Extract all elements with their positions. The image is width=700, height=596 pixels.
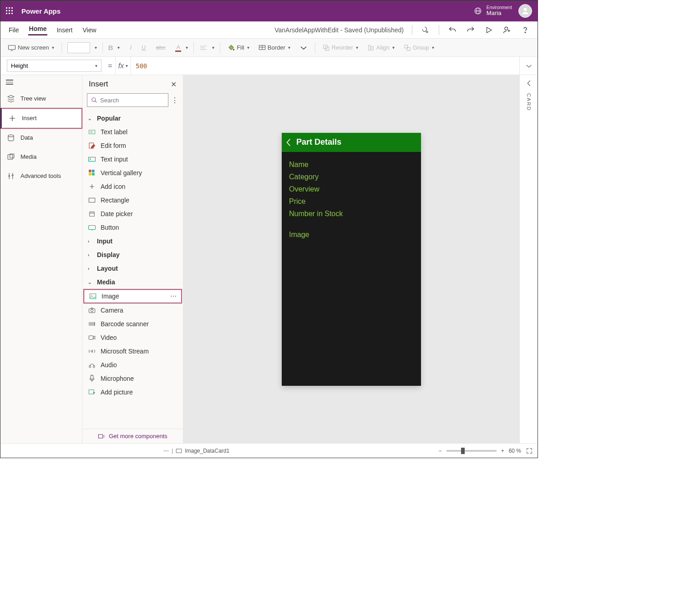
item-video[interactable]: Video [82,331,183,344]
footer-label: Get more components [109,433,167,439]
phone-preview[interactable]: Part Details Name Category Overview Pric… [282,133,421,386]
more-button[interactable] [298,44,309,51]
zoom-in-button[interactable]: + [501,448,504,454]
zoom-slider[interactable] [446,450,497,452]
back-icon[interactable] [285,138,292,147]
formula-input[interactable]: 500 [131,57,519,75]
border-button[interactable]: Border▾ [257,43,292,52]
person-icon [521,6,530,15]
category-media[interactable]: ⌄Media [82,275,183,289]
reorder-button[interactable]: Reorder▾ [321,43,360,52]
item-label: Add picture [101,389,133,396]
zoom-out-button[interactable]: − [439,448,442,454]
item-stream[interactable]: Microsoft Stream [82,344,183,358]
item-text-label[interactable]: Text label [82,125,183,139]
item-vertical-gallery[interactable]: Vertical gallery [82,166,183,180]
components-icon [98,433,105,439]
breadcrumb[interactable]: Image_DataCard1 [185,448,229,454]
item-barcode[interactable]: Barcode scanner [82,317,183,331]
item-add-picture[interactable]: Add picture [82,385,183,399]
insert-search-input[interactable]: Search [87,93,168,107]
insert-more-button[interactable]: ⋮ [171,96,178,105]
field-label: Price [289,197,414,206]
redo-button[interactable] [466,25,476,35]
item-microphone[interactable]: Microphone [82,372,183,385]
svg-point-4 [505,27,508,30]
align-icon[interactable] [199,45,208,51]
environment-block[interactable]: Environment Maria [474,5,512,16]
item-label: Edit form [101,142,126,149]
menu-tab-view[interactable]: View [81,25,97,35]
item-label: Audio [101,361,117,369]
item-camera[interactable]: Camera [82,303,183,317]
menu-tab-file[interactable]: File [8,25,20,35]
item-label: Date picker [101,210,133,217]
rail-data[interactable]: Data [0,128,82,147]
text-label-icon [88,128,96,136]
svg-rect-23 [89,157,96,162]
app-launcher-icon[interactable] [6,7,13,15]
category-popular[interactable]: ⌄Popular [82,111,183,125]
item-edit-form[interactable]: Edit form [82,139,183,152]
help-button[interactable] [520,25,530,35]
play-button[interactable] [484,25,494,35]
property-selector[interactable]: Height ▾ [7,60,101,72]
item-audio[interactable]: Audio [82,358,183,372]
rail-collapse-button[interactable] [0,75,82,89]
status-more[interactable]: ⋯ [163,448,169,454]
properties-rail[interactable]: CARD [519,75,538,443]
rail-insert[interactable]: Insert [0,108,82,129]
image-icon [89,292,97,300]
category-label: Media [97,278,115,286]
canvas-area[interactable]: Part Details Name Category Overview Pric… [183,75,519,443]
field-label: Overview [289,185,414,193]
rail-advanced-tools[interactable]: Advanced tools [0,167,82,186]
group-button[interactable]: Group▾ [402,43,436,52]
align-button[interactable]: Align▾ [365,43,396,52]
font-color-icon[interactable]: A [175,44,181,52]
close-panel-button[interactable]: ✕ [171,80,177,89]
button-icon [88,223,96,232]
rail-tree-view[interactable]: Tree view [0,89,82,108]
category-display[interactable]: ›Display [82,248,183,262]
undo-button[interactable] [447,25,457,35]
share-button[interactable] [502,25,512,35]
menu-tab-insert[interactable]: Insert [56,25,73,35]
rail-media[interactable]: Media [0,147,82,167]
category-input[interactable]: ›Input [82,234,183,248]
item-label: Image [101,293,119,300]
stream-icon [88,347,96,355]
bold-icon[interactable]: B [108,44,113,51]
fit-screen-icon[interactable] [526,447,533,455]
microphone-icon [88,374,96,383]
strikethrough-icon[interactable]: abc [156,44,166,51]
svg-rect-28 [89,198,95,202]
item-date-picker[interactable]: Date picker [82,207,183,221]
italic-icon[interactable]: I [130,44,132,51]
fill-button[interactable]: Fill▾ [226,43,251,52]
fx-button[interactable]: fx▾ [115,57,131,75]
formula-expand-button[interactable] [519,57,538,75]
svg-point-2 [524,8,527,11]
insert-list[interactable]: ⌄Popular Text label Edit form Text input… [82,111,183,429]
item-add-icon[interactable]: Add icon [82,180,183,193]
item-rectangle[interactable]: Rectangle [82,193,183,207]
item-more-button[interactable]: ⋯ [170,293,177,300]
new-screen-button[interactable]: New screen▾ [6,43,56,52]
item-label: Microphone [101,375,134,382]
separator [102,42,103,53]
item-button[interactable]: Button [82,221,183,234]
svg-rect-41 [176,449,182,452]
item-text-input[interactable]: Text input [82,152,183,166]
separator [220,42,220,53]
svg-rect-6 [9,45,15,49]
get-more-components[interactable]: Get more components [82,429,183,443]
menu-tab-home[interactable]: Home [28,24,48,35]
font-selector[interactable] [67,42,90,53]
app-checker-icon[interactable] [421,25,431,35]
category-layout[interactable]: ›Layout [82,262,183,275]
item-image[interactable]: Image⋯ [83,289,182,303]
menu-row: File Home Insert View VanArsdelAppWithEd… [0,21,538,39]
underline-icon[interactable]: U [142,44,146,51]
user-avatar[interactable] [518,4,532,18]
